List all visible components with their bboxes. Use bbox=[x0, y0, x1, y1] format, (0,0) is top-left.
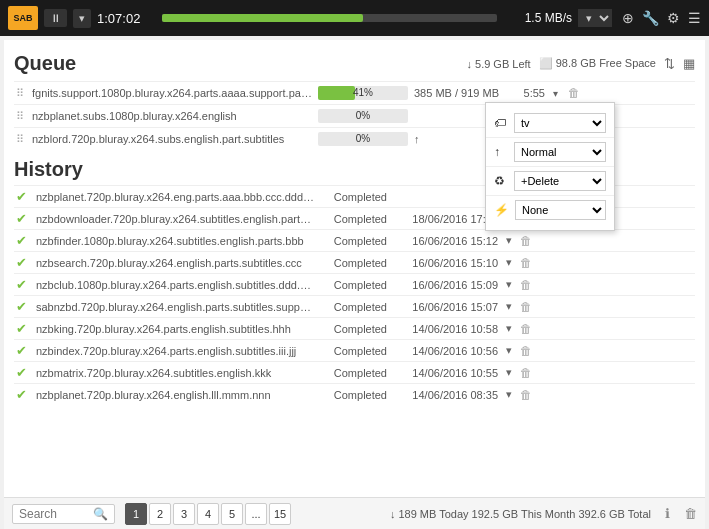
download-stats: ↓ 189 MB Today 192.5 GB This Month 392.6… bbox=[390, 508, 651, 520]
footer-settings-icon[interactable]: 🗑 bbox=[684, 506, 697, 521]
history-status: Completed bbox=[322, 323, 387, 335]
history-row: ✔ nzbmatrix.720p.bluray.x264.subtitles.e… bbox=[14, 361, 695, 383]
queue-grid-icon[interactable]: ▦ bbox=[683, 56, 695, 71]
footer: 🔍 1 2 3 4 5 ... 15 ↓ 189 MB Today 192.5 … bbox=[4, 497, 705, 529]
config-icon[interactable]: 🔧 bbox=[642, 10, 659, 26]
logo-text: SAB bbox=[13, 13, 32, 23]
history-date: 18/06/2016 17:12 bbox=[393, 213, 498, 225]
history-delete-button[interactable]: 🗑 bbox=[520, 300, 532, 314]
page-button-5[interactable]: 5 bbox=[221, 503, 243, 525]
history-dropdown-trigger[interactable]: ▾ bbox=[506, 300, 512, 313]
history-dropdown-trigger[interactable]: ▾ bbox=[506, 344, 512, 357]
gear-icon[interactable]: ⚙ bbox=[667, 10, 680, 26]
drag-handle[interactable]: ⠿ bbox=[16, 87, 26, 100]
history-status: Completed bbox=[322, 191, 387, 203]
history-delete-button[interactable]: 🗑 bbox=[520, 344, 532, 358]
drag-handle[interactable]: ⠿ bbox=[16, 133, 26, 146]
drag-handle[interactable]: ⠿ bbox=[16, 110, 26, 123]
speed-limit-select[interactable]: ▾ bbox=[578, 9, 612, 27]
history-check-icon: ✔ bbox=[16, 255, 30, 270]
queue-progress-label: 41% bbox=[318, 86, 408, 100]
history-row: ✔ sabnzbd.720p.bluray.x264.english.parts… bbox=[14, 295, 695, 317]
queue-eta: 5:55 bbox=[505, 87, 545, 99]
history-dropdown-trigger[interactable]: ▾ bbox=[506, 388, 512, 401]
topbar-speed: 1.5 MB/s bbox=[507, 11, 572, 25]
page-button-1[interactable]: 1 bbox=[125, 503, 147, 525]
history-date: 14/06/2016 10:58 bbox=[393, 323, 498, 335]
history-row: ✔ nzbplanet.720p.bluray.x264.english.lll… bbox=[14, 383, 695, 405]
history-row: ✔ nzbclub.1080p.bluray.x264.parts.englis… bbox=[14, 273, 695, 295]
history-dropdown-trigger[interactable]: ▾ bbox=[506, 256, 512, 269]
topbar: SAB ⏸ ▾ 1:07:02 1.5 MB/s ▾ ⊕ 🔧 ⚙ ☰ bbox=[0, 0, 709, 36]
footer-info-icon[interactable]: ℹ bbox=[665, 506, 670, 521]
page-button-15[interactable]: 15 bbox=[269, 503, 291, 525]
queue-progress-label: 0% bbox=[318, 132, 408, 146]
script-icon: ⚡ bbox=[494, 203, 509, 217]
history-item-name: nzbdownloader.720p.bluray.x264.subtitles… bbox=[36, 213, 316, 225]
history-status: Completed bbox=[322, 345, 387, 357]
add-icon[interactable]: ⊕ bbox=[622, 10, 634, 26]
history-delete-button[interactable]: 🗑 bbox=[520, 256, 532, 270]
postprocess-icon: ♻ bbox=[494, 174, 508, 188]
queue-sort-icon[interactable]: ⇅ bbox=[664, 56, 675, 71]
menu-icon[interactable]: ☰ bbox=[688, 10, 701, 26]
history-date: 16/06/2016 15:12 bbox=[393, 235, 498, 247]
history-dropdown-trigger[interactable]: ▾ bbox=[506, 278, 512, 291]
history-delete-button[interactable]: 🗑 bbox=[520, 366, 532, 380]
queue-free-space: ⬜ 98.8 GB Free Space bbox=[539, 57, 656, 70]
history-row: ✔ nzbking.720p.bluray.x264.parts.english… bbox=[14, 317, 695, 339]
history-dropdown-trigger[interactable]: ▾ bbox=[506, 366, 512, 379]
history-dropdown-trigger[interactable]: ▾ bbox=[506, 234, 512, 247]
priority-select[interactable]: Normal Force High Low Paused bbox=[514, 142, 606, 162]
queue-meta: ↓ 5.9 GB Left ⬜ 98.8 GB Free Space ⇅ ▦ bbox=[466, 56, 695, 71]
history-status: Completed bbox=[322, 389, 387, 401]
search-wrap: 🔍 bbox=[12, 504, 115, 524]
queue-space-left: ↓ 5.9 GB Left bbox=[466, 58, 530, 70]
page-button-3[interactable]: 3 bbox=[173, 503, 195, 525]
history-date: 16/06/2016 15:09 bbox=[393, 279, 498, 291]
queue-item-name: fgnits.support.1080p.bluray.x264.parts.a… bbox=[32, 87, 312, 99]
history-row: ✔ nzbsearch.720p.bluray.x264.english.par… bbox=[14, 251, 695, 273]
category-select[interactable]: tv movies audio other bbox=[514, 113, 606, 133]
history-dropdown-trigger[interactable]: ▾ bbox=[506, 322, 512, 335]
history-delete-button[interactable]: 🗑 bbox=[520, 388, 532, 402]
page-button-2[interactable]: 2 bbox=[149, 503, 171, 525]
history-delete-button[interactable]: 🗑 bbox=[520, 234, 532, 248]
queue-item-name: nzblord.720p.bluray.x264.subs.english.pa… bbox=[32, 133, 312, 145]
pause-button[interactable]: ⏸ bbox=[44, 9, 67, 27]
history-item-name: nzbplanet.720p.bluray.x264.eng.parts.aaa… bbox=[36, 191, 316, 203]
history-item-name: nzbking.720p.bluray.x264.parts.english.s… bbox=[36, 323, 316, 335]
pagination: 1 2 3 4 5 ... 15 bbox=[125, 503, 291, 525]
queue-progress-label: 0% bbox=[318, 109, 408, 123]
history-status: Completed bbox=[322, 235, 387, 247]
queue-size: 385 MB / 919 MB bbox=[414, 87, 499, 99]
history-check-icon: ✔ bbox=[16, 365, 30, 380]
page-button-4[interactable]: 4 bbox=[197, 503, 219, 525]
history-check-icon: ✔ bbox=[16, 321, 30, 336]
queue-row-dropdown-trigger[interactable]: ▾ bbox=[553, 88, 558, 99]
history-check-icon: ✔ bbox=[16, 343, 30, 358]
history-delete-button[interactable]: 🗑 bbox=[520, 278, 532, 292]
queue-progress-wrap: 0% bbox=[318, 109, 408, 123]
history-date: 14/06/2016 08:35 bbox=[393, 389, 498, 401]
queue-delete-button[interactable]: 🗑 bbox=[568, 86, 580, 100]
history-item-name: nzbmatrix.720p.bluray.x264.subtitles.eng… bbox=[36, 367, 316, 379]
dropdown-category-row: 🏷 tv movies audio other bbox=[486, 109, 614, 138]
dropdown-priority-row: ↑ Normal Force High Low Paused bbox=[486, 138, 614, 167]
history-item-name: nzbplanet.720p.bluray.x264.english.lll.m… bbox=[36, 389, 316, 401]
topbar-dropdown-button[interactable]: ▾ bbox=[73, 9, 91, 28]
queue-item-name: nzbplanet.subs.1080p.bluray.x264.english bbox=[32, 110, 312, 122]
history-item-name: sabnzbd.720p.bluray.x264.english.parts.s… bbox=[36, 301, 316, 313]
postprocess-select[interactable]: +Delete None -Delete Download bbox=[514, 171, 606, 191]
queue-title: Queue bbox=[14, 52, 76, 75]
history-check-icon: ✔ bbox=[16, 299, 30, 314]
history-status: Completed bbox=[322, 257, 387, 269]
history-delete-button[interactable]: 🗑 bbox=[520, 322, 532, 336]
history-check-icon: ✔ bbox=[16, 233, 30, 248]
queue-item-dropdown: 🏷 tv movies audio other ↑ Normal Force H… bbox=[485, 102, 615, 231]
script-select[interactable]: None script1.py script2.py bbox=[515, 200, 606, 220]
history-item-name: nzbindex.720p.bluray.x264.parts.english.… bbox=[36, 345, 316, 357]
app-logo: SAB bbox=[8, 6, 38, 30]
page-button-ellipsis: ... bbox=[245, 503, 267, 525]
search-input[interactable] bbox=[19, 507, 89, 521]
